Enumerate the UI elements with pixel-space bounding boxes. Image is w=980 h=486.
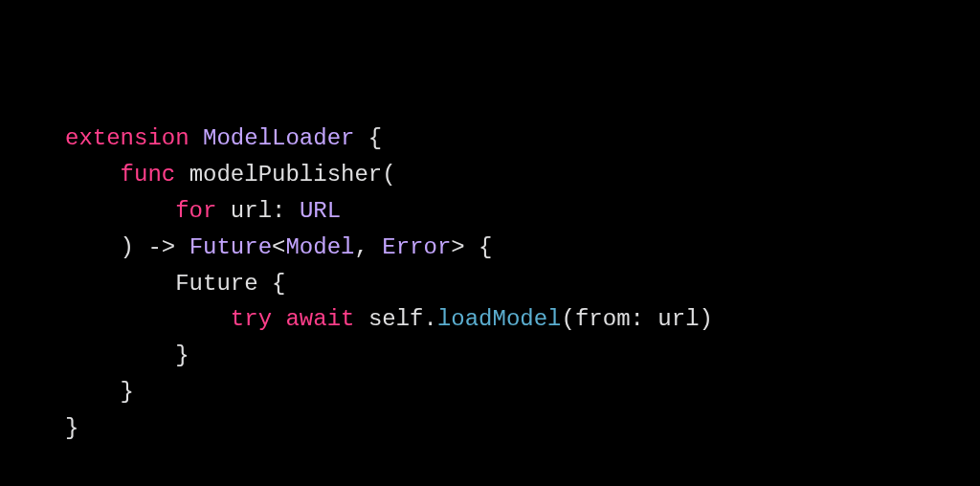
brace-close: } (175, 342, 189, 368)
indent (65, 306, 231, 332)
type-future: Future (189, 234, 272, 260)
paren-close: ) (700, 306, 713, 332)
paren-close: ) (121, 234, 134, 260)
keyword-for: for (175, 198, 216, 224)
keyword-await: await (285, 306, 354, 332)
param-url: url (231, 198, 272, 224)
space (272, 306, 285, 332)
keyword-try: try (231, 306, 272, 332)
type-error: Error (382, 234, 451, 260)
indent (65, 162, 121, 188)
indent (65, 342, 175, 368)
call-loadmodel: loadModel (437, 306, 562, 332)
brace-open: { (354, 125, 382, 151)
type-model: Model (285, 234, 354, 260)
indent (65, 379, 121, 405)
space (216, 198, 230, 224)
indent (65, 198, 175, 224)
ref-self: self (368, 306, 424, 332)
angle-open: < (272, 234, 285, 260)
angle-close: > (451, 234, 464, 260)
keyword-func: func (121, 162, 176, 188)
brace-close: } (121, 379, 134, 405)
comma: , (354, 234, 382, 260)
dot: . (423, 306, 436, 332)
type-url: URL (300, 198, 341, 224)
brace-close: } (65, 415, 78, 441)
brace-open: { (258, 271, 286, 297)
type-modelloader: ModelLoader (203, 125, 354, 151)
arrow: -> (134, 234, 189, 260)
code-block: extension ModelLoader { func modelPublis… (0, 0, 980, 447)
keyword-extension: extension (65, 125, 189, 151)
paren-open: ( (382, 162, 395, 188)
indent (65, 271, 175, 297)
brace-open: { (465, 234, 493, 260)
colon: : (631, 306, 658, 332)
colon: : (272, 198, 300, 224)
space (354, 306, 368, 332)
ref-future: Future (175, 271, 257, 297)
func-modelpublisher: modelPublisher (189, 162, 383, 188)
paren-open: ( (562, 306, 575, 332)
arglabel-from: from (575, 306, 631, 332)
space (175, 162, 189, 188)
space (189, 125, 203, 151)
ref-url: url (657, 306, 699, 332)
indent (65, 234, 121, 260)
